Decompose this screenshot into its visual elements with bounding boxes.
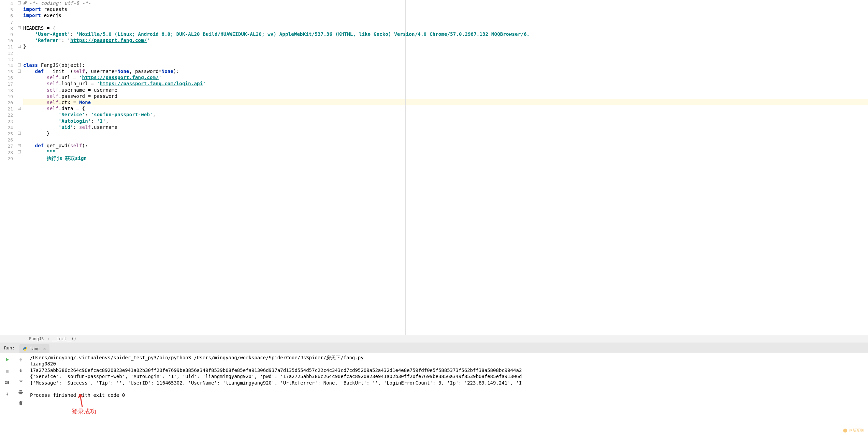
code-line[interactable]: import requests: [23, 6, 868, 12]
up-icon[interactable]: [17, 356, 25, 363]
code-line[interactable]: self.url = 'https://passport.fang.com/': [23, 74, 868, 80]
code-line[interactable]: self.password = password: [23, 93, 868, 99]
pin-button[interactable]: [3, 391, 11, 398]
run-label: Run:: [4, 345, 15, 350]
console-line: [30, 386, 865, 392]
soft-wrap-icon[interactable]: [17, 378, 25, 385]
line-number: 5: [0, 7, 13, 13]
console-line: {'Message': 'Success', 'Tip': '', 'UserI…: [30, 380, 865, 386]
code-line[interactable]: [23, 19, 868, 25]
svg-rect-3: [5, 381, 7, 382]
annotation-text: 登录成功: [72, 408, 96, 415]
code-line[interactable]: class FangJS(object):: [23, 62, 868, 68]
line-number-gutter: 4567891011121314151617181920212223242526…: [0, 0, 17, 335]
code-line[interactable]: 执行js 获取sign: [23, 155, 868, 161]
code-line[interactable]: [23, 56, 868, 62]
console-line: Process finished with exit code 0: [30, 392, 865, 398]
line-number: 29: [0, 156, 13, 162]
line-number: 19: [0, 94, 13, 100]
line-number: 27: [0, 143, 13, 149]
fold-toggle[interactable]: −: [18, 150, 21, 153]
fold-toggle[interactable]: −: [18, 70, 21, 73]
code-line[interactable]: self.login_url = 'https://passport.fang.…: [23, 80, 868, 87]
watermark: 创新互联: [843, 428, 864, 433]
code-line[interactable]: """: [23, 149, 868, 155]
fold-toggle[interactable]: −: [18, 107, 21, 110]
fold-toggle[interactable]: −: [18, 1, 21, 4]
code-line[interactable]: 'AutoLogin': '1',: [23, 118, 868, 124]
code-line[interactable]: 'uid': self.username: [23, 124, 868, 130]
run-tab[interactable]: fang ×: [19, 344, 49, 353]
line-number: 20: [0, 100, 13, 106]
code-line[interactable]: self.data = {: [23, 105, 868, 111]
line-number: 22: [0, 112, 13, 118]
breadcrumb-item[interactable]: FangJS: [29, 336, 44, 341]
print-icon[interactable]: [17, 389, 25, 396]
stop-button[interactable]: [3, 368, 11, 375]
console-output[interactable]: /Users/mingyang/.virtualenvs/spider_test…: [27, 353, 868, 435]
line-number: 25: [0, 131, 13, 137]
run-tab-name: fang: [30, 346, 40, 351]
line-number: 23: [0, 119, 13, 125]
breadcrumb-item[interactable]: __init__(): [52, 336, 76, 341]
python-icon: [23, 346, 28, 351]
fold-toggle[interactable]: −: [18, 132, 21, 135]
code-line[interactable]: self.ctx = None: [23, 99, 868, 105]
trash-icon[interactable]: [17, 400, 25, 407]
line-number: 7: [0, 19, 13, 26]
run-toolwindow-body: /Users/mingyang/.virtualenvs/spider_test…: [0, 353, 868, 435]
line-number: 14: [0, 63, 13, 69]
code-line[interactable]: }: [23, 130, 868, 136]
code-line[interactable]: 'User-Agent': 'Mozilla/5.0 (Linux; Andro…: [23, 31, 868, 37]
code-line[interactable]: import execjs: [23, 12, 868, 18]
code-line[interactable]: # -*- coding: utf-8 -*-: [23, 0, 868, 6]
line-number: 4: [0, 1, 13, 7]
line-number: 18: [0, 88, 13, 94]
console-line: /Users/mingyang/.virtualenvs/spider_test…: [30, 355, 865, 361]
line-number: 15: [0, 69, 13, 75]
code-line[interactable]: def __init__(self, username=None, passwo…: [23, 68, 868, 74]
layout-button[interactable]: [3, 379, 11, 387]
rerun-button[interactable]: [3, 356, 11, 363]
code-line[interactable]: [23, 136, 868, 142]
line-number: 26: [0, 137, 13, 143]
down-icon[interactable]: [17, 367, 25, 374]
line-number: 28: [0, 150, 13, 156]
line-number: 9: [0, 32, 13, 38]
run-toolbar-primary: [0, 353, 14, 435]
line-number: 11: [0, 44, 13, 50]
close-icon[interactable]: ×: [43, 346, 46, 351]
code-line[interactable]: 'Service': 'soufun-passport-web',: [23, 111, 868, 118]
run-toolbar-secondary: [14, 353, 27, 435]
svg-point-0: [25, 347, 25, 347]
code-line[interactable]: def get_pwd(self):: [23, 142, 868, 149]
fold-toggle[interactable]: −: [18, 26, 21, 29]
svg-rect-2: [6, 370, 9, 373]
console-line: liang0820: [30, 361, 865, 367]
code-content[interactable]: # -*- coding: utf-8 -*-import requestsim…: [23, 0, 868, 161]
fold-column[interactable]: −−−−−−−−−: [17, 0, 23, 335]
line-number: 17: [0, 81, 13, 87]
code-line[interactable]: [23, 50, 868, 56]
run-toolwindow-header: Run: fang ×: [0, 343, 868, 353]
line-number: 13: [0, 57, 13, 63]
svg-rect-5: [7, 381, 9, 384]
fold-toggle[interactable]: −: [18, 45, 21, 48]
code-line[interactable]: 'Referer': 'https://passport.fang.com/': [23, 37, 868, 43]
code-line[interactable]: }: [23, 43, 868, 49]
line-number: 10: [0, 38, 13, 44]
breadcrumb-separator: ›: [47, 336, 49, 341]
fold-toggle[interactable]: −: [18, 63, 21, 66]
breadcrumb[interactable]: FangJS › __init__(): [0, 335, 868, 343]
fold-toggle[interactable]: −: [18, 144, 21, 147]
line-number: 21: [0, 106, 13, 112]
line-number: 8: [0, 26, 13, 32]
svg-point-6: [843, 429, 847, 433]
console-line: 17a2725abb386c264c90efcac8920823e941a02b…: [30, 367, 865, 373]
code-line[interactable]: HEADERS = {: [23, 25, 868, 31]
code-line[interactable]: self.username = username: [23, 87, 868, 93]
svg-rect-4: [5, 383, 7, 384]
console-line: {'Service': 'soufun-passport-web', 'Auto…: [30, 373, 865, 379]
line-number: 16: [0, 75, 13, 81]
code-editor[interactable]: 4567891011121314151617181920212223242526…: [0, 0, 868, 335]
